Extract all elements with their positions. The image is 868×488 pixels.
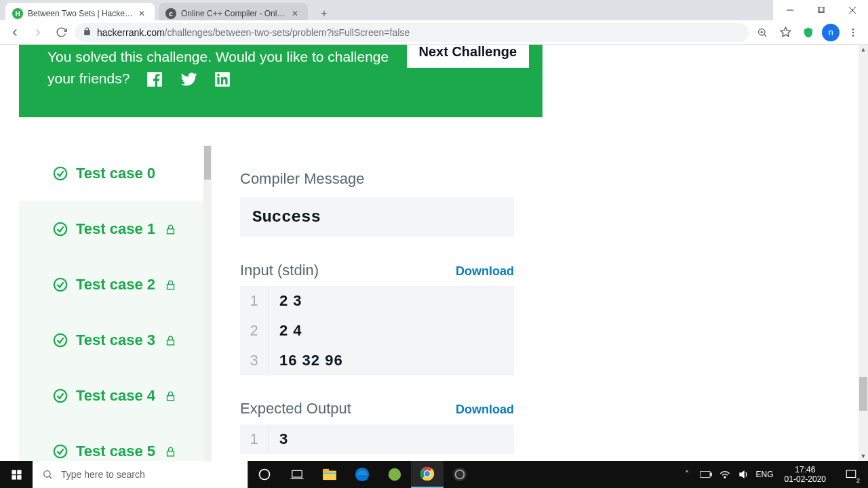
svg-rect-33 [323,471,336,481]
download-output-link[interactable]: Download [456,403,514,417]
scrollbar-thumb[interactable] [859,377,867,411]
output-title: Expected Output [240,400,351,418]
taskbar-search[interactable]: Type here to search [33,461,248,488]
svg-rect-50 [846,470,856,478]
svg-point-12 [852,35,854,37]
banner-text: You solved this challenge. Would you lik… [47,45,389,89]
testcase-detail: Compiler Message Success Input (stdin) D… [212,146,542,461]
linkedin-icon[interactable] [214,70,231,88]
svg-point-37 [389,468,401,481]
lock-icon [83,27,92,38]
svg-rect-2 [819,7,825,12]
svg-rect-17 [167,284,174,289]
page-scrollbar[interactable]: ▲ ▼ [859,45,868,461]
svg-rect-27 [17,475,21,479]
svg-marker-49 [739,470,744,479]
maximize-button[interactable] [806,0,837,20]
taskbar-apps [248,461,476,488]
file-explorer-icon[interactable] [313,461,346,488]
svg-rect-1 [818,7,823,12]
clock[interactable]: 17:4601-02-2020 [779,465,831,485]
back-button[interactable] [5,23,24,42]
scroll-down-arrow[interactable]: ▼ [859,451,868,461]
svg-point-16 [54,279,66,291]
svg-point-13 [54,167,66,180]
minimize-button[interactable] [774,0,806,20]
download-input-link[interactable]: Download [456,264,514,279]
next-challenge-button[interactable]: Next Challenge [407,45,529,68]
url-field[interactable]: hackerrank.com/challenges/between-two-se… [75,23,749,42]
shield-icon[interactable] [799,23,818,42]
svg-point-10 [852,28,854,30]
bookmark-icon[interactable] [776,23,795,42]
svg-rect-31 [292,470,302,477]
twitter-icon[interactable] [180,70,197,88]
reload-button[interactable] [52,23,71,42]
svg-point-18 [54,334,66,346]
svg-rect-34 [323,469,329,472]
tray-chevron-icon[interactable]: ˄ [680,470,694,479]
task-view-icon[interactable] [281,461,313,488]
svg-rect-25 [17,470,21,474]
tab-title: Between Two Sets | HackerRank [28,9,134,18]
scroll-up-arrow[interactable]: ▲ [859,45,868,54]
svg-rect-19 [167,340,174,344]
close-button[interactable] [837,0,868,20]
compiler-message-box: Success [240,197,514,237]
search-placeholder: Type here to search [61,469,145,480]
wifi-icon[interactable] [718,470,732,479]
compiler-message-title: Compiler Message [240,170,514,188]
volume-icon[interactable] [737,470,751,479]
facebook-icon[interactable] [146,70,163,88]
svg-rect-24 [12,470,16,474]
address-bar: hackerrank.com/challenges/between-two-se… [0,20,868,45]
svg-line-6 [764,34,766,36]
search-icon [42,469,53,480]
testcase-item-0[interactable]: Test case 0 [19,146,203,201]
edge-icon[interactable] [346,461,378,488]
results-panel: Test case 0Test case 1Test case 2Test ca… [19,146,542,461]
svg-rect-23 [167,451,174,455]
input-title: Input (stdin) [240,262,319,279]
menu-icon[interactable] [844,23,863,42]
cortana-icon[interactable] [248,461,281,488]
testcase-item-5[interactable]: Test case 5 [19,424,203,461]
svg-line-29 [50,476,52,479]
forward-button[interactable] [28,23,47,42]
profile-avatar[interactable]: n [822,24,840,41]
favicon-hackerrank: H [12,8,23,19]
output-code-box: 13 [240,424,514,454]
svg-rect-15 [167,228,174,233]
svg-rect-21 [167,395,174,400]
window-controls [774,0,868,20]
tab-title: Online C++ Compiler - Online C [181,9,287,18]
svg-point-20 [54,390,66,402]
svg-rect-47 [710,473,711,476]
chrome-icon[interactable] [411,461,443,488]
svg-point-28 [44,471,50,477]
close-icon[interactable]: ✕ [292,9,301,18]
testcase-item-2[interactable]: Test case 2 [19,257,203,312]
start-button[interactable] [0,461,33,488]
testcase-item-1[interactable]: Test case 1 [19,201,203,257]
svg-point-48 [724,476,726,478]
svg-marker-9 [781,27,790,36]
svg-rect-46 [700,472,709,478]
zoom-icon[interactable] [753,23,772,42]
app-icon-green[interactable] [378,461,411,488]
scrollbar-thumb[interactable] [204,146,211,180]
testcase-list: Test case 0Test case 1Test case 2Test ca… [19,146,203,461]
testcase-scrollbar[interactable] [203,146,212,461]
svg-point-11 [852,31,854,33]
favicon-cpp: c [165,8,176,19]
testcase-item-3[interactable]: Test case 3 [19,312,203,368]
testcase-item-4[interactable]: Test case 4 [19,368,203,424]
language-indicator[interactable]: ENG [756,470,774,479]
svg-rect-35 [323,472,336,474]
notification-icon[interactable]: 2 [837,461,865,488]
svg-point-14 [54,223,66,235]
close-icon[interactable]: ✕ [138,9,148,18]
battery-icon[interactable] [699,470,713,479]
svg-point-30 [260,470,270,480]
obs-icon[interactable] [443,461,476,488]
